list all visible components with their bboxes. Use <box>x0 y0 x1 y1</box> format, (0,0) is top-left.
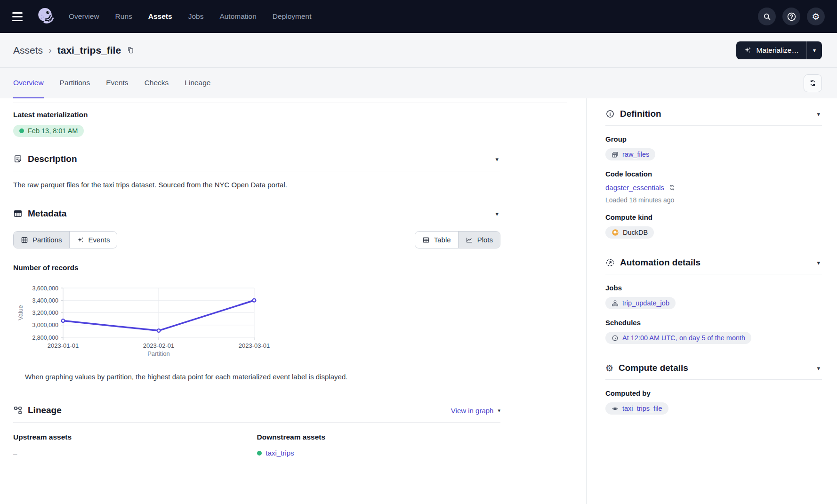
reload-icon <box>668 184 676 191</box>
top-nav: Overview Runs Assets Jobs Automation Dep… <box>0 0 837 33</box>
svg-text:2023-02-01: 2023-02-01 <box>143 342 175 349</box>
definition-section-header: Definition ▾ <box>605 109 822 119</box>
page-header: Assets › taxi_trips_file <box>0 33 837 98</box>
copy-icon[interactable] <box>127 46 135 54</box>
svg-text:2023-01-01: 2023-01-01 <box>48 342 79 349</box>
nav-item-overview[interactable]: Overview <box>69 12 99 21</box>
events-sparkle-icon <box>77 236 84 244</box>
tab-overview[interactable]: Overview <box>13 68 44 98</box>
downstream-asset-link[interactable]: taxi_trips <box>257 449 294 457</box>
automation-sensor-icon <box>605 258 615 267</box>
asset-overview-panel: Latest materialization Feb 13, 8:01 AM <box>0 98 587 504</box>
code-location-link[interactable]: dagster_essentials <box>605 184 676 192</box>
table-plots-toggle: Table Plots <box>415 231 500 248</box>
nav-item-runs[interactable]: Runs <box>115 12 132 21</box>
records-line-chart[interactable]: 2,800,0003,000,0003,200,0003,400,0003,60… <box>13 282 500 359</box>
chevron-down-icon: ▾ <box>813 47 816 54</box>
duckdb-icon <box>612 229 619 236</box>
code-location-label: Code location <box>605 170 822 178</box>
nav-item-deployment[interactable]: Deployment <box>273 12 312 21</box>
tab-bar: Overview Partitions Events Checks Lineag… <box>0 68 837 98</box>
breadcrumb: Assets › taxi_trips_file <box>0 33 837 68</box>
tab-events[interactable]: Events <box>106 68 128 98</box>
partitions-grid-icon <box>21 236 28 244</box>
svg-text:2023-03-01: 2023-03-01 <box>239 342 270 349</box>
computed-by-badge[interactable]: taxi_trips_file <box>605 402 668 415</box>
chevron-down-icon: ▾ <box>498 408 500 414</box>
group-label: Group <box>605 135 822 143</box>
chart-caption: When graphing values by partition, the h… <box>13 373 500 381</box>
description-text: The raw parquet files for the taxi trips… <box>13 181 500 189</box>
computed-by-label: Computed by <box>605 389 822 397</box>
success-dot-icon <box>19 128 24 133</box>
settings-icon[interactable]: ⚙ <box>807 8 825 25</box>
compute-kind-label: Compute kind <box>605 213 822 221</box>
svg-text:Value: Value <box>17 305 24 320</box>
dagster-logo-icon[interactable] <box>36 7 56 26</box>
metadata-table-icon <box>13 209 23 218</box>
asset-status-dot-icon <box>257 451 262 456</box>
svg-text:3,200,000: 3,200,000 <box>32 310 58 316</box>
tab-lineage[interactable]: Lineage <box>185 68 210 98</box>
partition-event-toggle: Partitions Events <box>13 231 117 248</box>
help-icon[interactable] <box>782 8 800 25</box>
materialize-split-button: Materialize… ▾ <box>736 41 822 59</box>
table-icon <box>422 236 430 244</box>
menu-icon[interactable] <box>12 8 28 24</box>
definition-collapse-chevron-icon[interactable]: ▾ <box>815 109 822 119</box>
chart-title: Number of records <box>13 264 500 272</box>
automation-section-header: Automation details ▾ <box>605 257 822 268</box>
description-collapse-chevron-icon[interactable]: ▾ <box>493 154 500 164</box>
metadata-section: Metadata ▾ <box>13 208 500 381</box>
compute-section-header: ⚙ Compute details ▾ <box>605 363 822 373</box>
tab-checks[interactable]: Checks <box>145 68 169 98</box>
upstream-empty-value: – <box>13 450 257 458</box>
code-location-loaded-text: Loaded 18 minutes ago <box>605 196 822 204</box>
compute-collapse-chevron-icon[interactable]: ▾ <box>815 363 822 373</box>
downstream-assets-column: Downstream assets taxi_trips <box>257 433 501 458</box>
sparkle-icon <box>744 46 752 54</box>
jobs-label: Jobs <box>605 284 822 292</box>
materialize-button[interactable]: Materialize… <box>736 41 806 59</box>
nav-item-automation[interactable]: Automation <box>219 12 256 21</box>
op-icon <box>612 405 619 412</box>
tab-partitions[interactable]: Partitions <box>60 68 90 98</box>
asset-definition-sidebar: Definition ▾ Group raw_files Code locati… <box>587 98 837 504</box>
nav-item-assets[interactable]: Assets <box>148 12 172 21</box>
materialize-dropdown-button[interactable]: ▾ <box>806 41 822 59</box>
svg-text:2,800,000: 2,800,000 <box>32 335 58 341</box>
upstream-assets-column: Upstream assets – <box>13 433 257 458</box>
automation-collapse-chevron-icon[interactable]: ▾ <box>815 258 822 268</box>
metadata-title: Metadata <box>28 208 66 219</box>
latest-materialization-badge[interactable]: Feb 13, 8:01 AM <box>13 125 84 137</box>
metadata-collapse-chevron-icon[interactable]: ▾ <box>493 209 500 219</box>
automation-title: Automation details <box>620 257 700 268</box>
toggle-events-button[interactable]: Events <box>69 232 117 248</box>
primary-nav: Overview Runs Assets Jobs Automation Dep… <box>69 12 312 21</box>
toggle-table-button[interactable]: Table <box>415 232 458 248</box>
breadcrumb-assets-link[interactable]: Assets <box>13 45 43 56</box>
compute-kind-badge[interactable]: DuckDB <box>605 226 654 239</box>
job-badge[interactable]: trip_update_job <box>605 297 676 309</box>
nav-item-jobs[interactable]: Jobs <box>188 12 204 21</box>
breadcrumb-separator: › <box>48 45 52 56</box>
svg-text:3,000,000: 3,000,000 <box>32 322 58 328</box>
group-badge[interactable]: raw_files <box>605 148 655 160</box>
schedule-badge[interactable]: At 12:00 AM UTC, on day 5 of the month <box>605 332 751 344</box>
svg-text:3,400,000: 3,400,000 <box>32 297 58 304</box>
view-in-graph-link[interactable]: View in graph ▾ <box>451 407 500 415</box>
search-icon[interactable] <box>758 8 776 25</box>
lineage-graph-icon <box>13 406 23 415</box>
refresh-icon[interactable] <box>804 74 822 92</box>
lineage-section: Lineage View in graph ▾ Upstream assets … <box>13 405 500 458</box>
toggle-plots-button[interactable]: Plots <box>458 232 500 248</box>
plots-chart-icon <box>466 236 473 244</box>
definition-title: Definition <box>620 109 661 119</box>
upstream-assets-label: Upstream assets <box>13 433 257 441</box>
clock-icon <box>612 335 619 342</box>
svg-text:Partition: Partition <box>147 350 170 357</box>
description-section: Description ▾ The raw parquet files for … <box>13 154 500 189</box>
info-icon <box>605 109 615 119</box>
toggle-partitions-button[interactable]: Partitions <box>14 232 69 248</box>
compute-gear-icon: ⚙ <box>605 364 613 373</box>
